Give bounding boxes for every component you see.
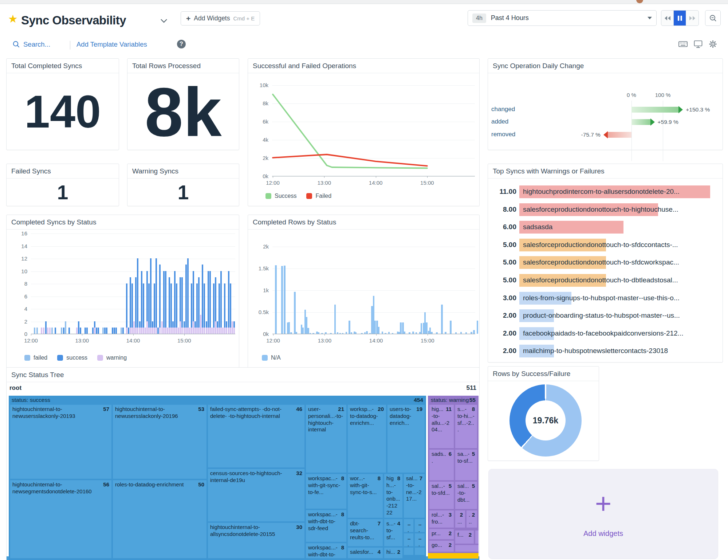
pause-button[interactable] [674,11,686,26]
toplist-row[interactable]: 6.00sadsasda [488,218,723,236]
treemap-cell[interactable]: 57hightouchinternal-to-newusersslackonly… [10,405,111,479]
treemap-cell[interactable]: 11hig...-to-allu...-204... [429,405,454,448]
treemap-cell[interactable]: ...... [415,533,425,546]
treemap-cell[interactable]: 2hi... [384,548,402,558]
widget-sync-operation-daily-change[interactable]: Sync Operation Daily Change 0 %100 %chan… [488,58,723,150]
widget-top-syncs[interactable]: Top Syncs with Warnings or Failures 11.0… [488,164,723,363]
toplist-row[interactable]: 2.00facebookpaidads-to-facebookpaidconve… [488,325,723,342]
treemap-cell[interactable] [404,548,413,555]
toplist-row[interactable]: 2.00mailchimp-to-hubspotnewslettercontac… [488,342,723,360]
treemap-cell[interactable]: 8s...-to-hi...-sf...-2... [455,405,477,448]
treemap-cell-label: hightouchinternal-to-newusersslackonly-2… [12,406,75,419]
widget-rows-by-success-failure[interactable]: Rows by Success/Failure 19.76k [488,366,599,461]
toplist-value: 2.00 [488,329,516,337]
treemap-cell[interactable]: 53hightouchinternal-to-newusersslackonly… [113,405,206,479]
skip-forward-button[interactable] [686,11,699,26]
zoom-out-button[interactable] [705,10,721,26]
treemap-root-label[interactable]: root [9,384,21,392]
treemap-cell[interactable]: ...... [404,533,413,546]
treemap-cell[interactable]: 7dbt-search-reults-to... [348,519,383,546]
treemap-cell[interactable]: 3rol...-fro... [429,510,454,528]
treemap-cell-label: hightouchinternal-to-newsegmentsdonotdel… [12,481,92,494]
bar [473,330,475,334]
change-row-label[interactable]: removed [491,131,515,138]
chevron-down-icon[interactable] [160,19,168,23]
widget-total-rows-processed[interactable]: Total Rows Processed 8k [127,58,239,150]
treemap-cell[interactable]: ...... [404,519,413,532]
treemap-cell[interactable]: 5sa...-to-sf... [455,450,477,480]
favorite-star-icon[interactable]: ★ [8,13,18,24]
toplist-row[interactable]: 8.00salesforceproductiondonottouch-to-hi… [488,201,723,219]
treemap-cell[interactable] [415,548,425,555]
widget-sync-status-tree[interactable]: Sync Status Tree root 511 ≡ status: succ… [6,367,480,560]
treemap-cell[interactable]: 2f... [455,530,474,544]
widget-total-completed-syncs[interactable]: Total Completed Syncs 140 [6,58,119,150]
legend-item[interactable]: failed [24,355,47,361]
treemap-cell[interactable]: 46failed-sync-attempts- -do-not-delete- … [208,405,304,467]
toplist-row[interactable]: 2.00product-onboarding-status-to-hubspot… [488,307,723,325]
y-axis-label: 0.5k [253,309,269,315]
avatar[interactable] [636,0,643,3]
treemap-cell[interactable]: 8wor...-with-git-sync-to-s... [348,474,383,518]
treemap-cell[interactable]: 2... [467,510,477,528]
gear-icon[interactable] [708,40,717,48]
treemap-cell[interactable]: 32census-sources-to-hightouch-internal-d… [208,469,304,521]
treemap-cell[interactable]: ...... [415,519,425,532]
help-icon[interactable]: ? [177,40,186,48]
treemap-cell[interactable]: 50roles-to-datadog-enrichment [113,480,206,558]
treemap-cell[interactable]: 19users-to-datadog-enrich... [387,405,425,473]
legend-item[interactable]: Failed [306,193,331,199]
treemap-cell[interactable]: 2pr... [429,529,454,539]
tv-mode-icon[interactable] [693,40,703,48]
legend-item[interactable]: N/A [262,355,281,361]
treemap-cell[interactable] [455,545,479,552]
widget-warning-syncs[interactable]: Warning Syncs 1 [127,164,239,206]
widget-completed-syncs-by-status[interactable]: Completed Syncs by Status 02468101214161… [6,215,239,368]
legend-item[interactable]: success [57,355,87,361]
treemap-cell[interactable]: 6sads... [429,450,454,480]
toplist-row[interactable]: 5.00salesforceproductiondonottouch-to-sf… [488,254,723,271]
treemap-cell[interactable]: 7sal...-to-ne...-217... [404,474,425,518]
bar [445,332,446,334]
treemap-cell[interactable]: 21user-personali...-to-hightouch-interna… [306,405,346,473]
time-range-picker[interactable]: 4h Past 4 Hours [468,10,657,26]
toplist-row[interactable]: 3.00roles-from-signups-to-hubspot-master… [488,289,723,307]
treemap-cell[interactable]: 8high...-to-onb...-21222 [384,474,402,518]
toplist-row[interactable]: 5.00salesforceproductiondonottouch-to-db… [488,271,723,289]
treemap-cell[interactable]: 2go... [429,541,454,552]
treemap-cell[interactable]: 20worksp...-to-datadog-enrichm... [348,405,386,473]
treemap-cell[interactable]: 8workspac...-with-git-sync-to-fe... [306,474,346,509]
change-row-label[interactable]: changed [491,106,515,113]
widget-successful-failed-operations[interactable]: Successful and Failed Operations 0k2k4k6… [248,58,480,206]
treemap-cell[interactable]: 30hightouchinternal-to-allsyncsdonotdele… [208,523,304,558]
treemap-cell[interactable]: 5sal...-to-dbt... [455,482,477,509]
search-control[interactable]: Search... [12,40,50,48]
skip-back-button[interactable] [661,11,674,26]
change-row-label[interactable]: added [491,118,508,125]
treemap-cell[interactable]: 8workspac...-with-dbt-to-sdr-feed [306,510,346,542]
treemap-cell[interactable]: 2... [455,510,465,528]
treemap-cell[interactable]: 8workspac...-with-dbt-to-feed [306,543,346,558]
legend-item[interactable]: warning [97,355,127,361]
add-widgets-panel[interactable]: + Add widgets [488,469,718,559]
widget-completed-rows-by-status[interactable]: Completed Rows by Status 0k0.5k1k1.5k2k1… [248,215,480,368]
y-axis-label: 0k [253,173,268,179]
treemap-cell[interactable]: 4salesfor... [348,548,383,558]
keyboard-shortcuts-icon[interactable] [678,40,688,48]
legend-item[interactable]: Success [265,193,296,199]
toplist-row[interactable]: 5.00salesforceproductiondonottouch-to-sf… [488,236,723,254]
bar-segment-s [122,328,124,334]
bar [281,266,283,334]
arrow-right-icon [650,118,655,126]
toplist-row[interactable]: 11.00hightouchprodintercom-to-allusersdo… [488,183,723,201]
treemap-cell[interactable] [475,530,479,544]
add-template-variables-link[interactable]: Add Template Variables [76,40,147,48]
treemap-cell[interactable]: 4s...-to-sf... [384,519,402,546]
bar-segment-s [228,271,229,328]
bar-segment-s [220,271,222,328]
widget-failed-syncs[interactable]: Failed Syncs 1 [6,164,119,206]
treemap-cell[interactable]: 56hightouchinternal-to-newsegmentsdonotd… [10,480,111,558]
add-widgets-button[interactable]: + Add Widgets Cmd + E [181,11,260,26]
treemap-cell[interactable]: 5sal...-to-sfd... [429,482,454,509]
bar-segment-w [228,328,229,334]
